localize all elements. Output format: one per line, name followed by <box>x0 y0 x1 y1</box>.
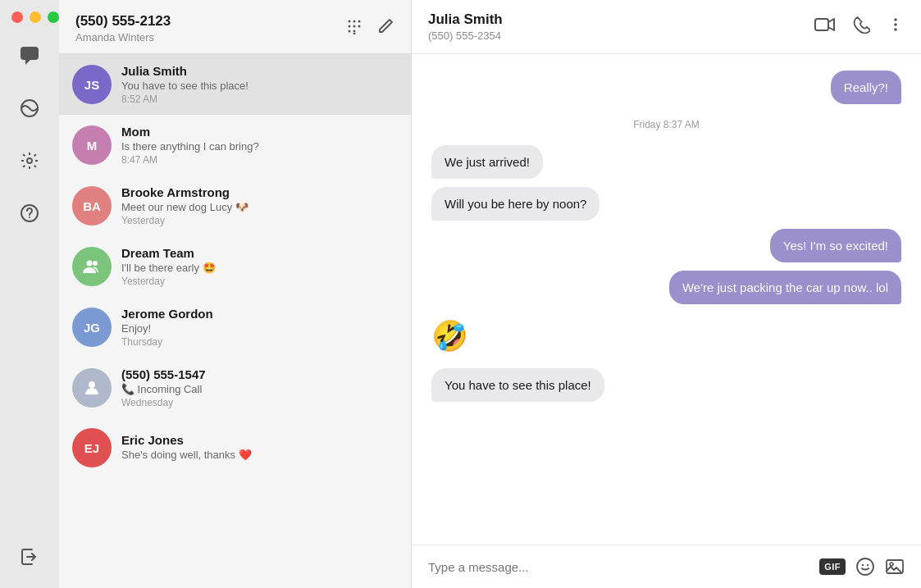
chat-bubble-icon <box>19 45 40 66</box>
image-button[interactable] <box>885 557 905 577</box>
help-icon <box>20 203 39 223</box>
svg-point-9 <box>349 25 351 28</box>
phone-icon <box>852 16 870 34</box>
svg-point-15 <box>87 261 93 267</box>
conv-header: (550) 555-2123 Amanda Winters <box>59 0 411 54</box>
svg-point-13 <box>353 30 356 33</box>
conv-name: (550) 555-1547 <box>121 367 398 381</box>
conv-item-brooke-armstrong[interactable]: BA Brooke Armstrong Meet our new dog Luc… <box>59 175 411 236</box>
more-options-button[interactable] <box>887 16 905 38</box>
message-bubble-msg-excited: Yes! I'm so excited! <box>770 229 901 262</box>
avatar: BA <box>72 186 112 226</box>
svg-point-24 <box>867 564 869 566</box>
sidebar-item-settings[interactable] <box>15 146 44 175</box>
gif-button[interactable]: GIF <box>819 558 846 575</box>
compose-icon <box>376 17 394 35</box>
conv-item-dream-team[interactable]: Dream Team I'll be there early 🤩 Yesterd… <box>59 236 411 297</box>
messages-area: Really?!Friday 8:37 AMWe just arrived!Wi… <box>412 54 921 545</box>
conv-item-mom[interactable]: M Mom Is there anything I can bring? 8:4… <box>59 115 411 175</box>
svg-rect-1 <box>21 47 39 60</box>
svg-point-22 <box>857 558 873 575</box>
message-bubble-msg-packing: We're just packing the car up now.. lol <box>669 271 901 304</box>
conversation-panel: (550) 555-2123 Amanda Winters <box>59 0 412 588</box>
conv-name: Mom <box>121 125 398 139</box>
svg-point-12 <box>349 30 351 33</box>
svg-point-21 <box>894 28 897 31</box>
conv-time: Yesterday <box>121 215 398 226</box>
conv-name: Eric Jones <box>121 433 398 447</box>
conv-time: 8:52 AM <box>121 93 398 105</box>
svg-point-7 <box>353 21 356 23</box>
svg-point-20 <box>894 23 897 26</box>
logout-icon <box>20 547 39 567</box>
minimize-button[interactable] <box>30 11 41 23</box>
message-row: We just arrived! <box>431 145 901 179</box>
keypad-button[interactable] <box>345 17 363 39</box>
conv-name: Dream Team <box>121 246 398 260</box>
user-name: Amanda Winters <box>75 31 171 43</box>
avatar: EJ <box>72 428 112 467</box>
user-phone: (550) 555-2123 <box>75 13 171 30</box>
svg-point-5 <box>29 217 30 218</box>
conv-preview: Enjoy! <box>121 322 398 335</box>
conv-header-actions <box>345 17 394 39</box>
conv-info: Brooke Armstrong Meet our new dog Lucy 🐶… <box>121 185 398 226</box>
svg-point-16 <box>93 261 98 266</box>
message-bubble-msg-see-place: You have to see this place! <box>431 368 604 402</box>
message-bubble-msg-emoji: 🤣 <box>431 312 468 360</box>
conv-preview: I'll be there early 🤩 <box>121 262 398 274</box>
conv-preview: Is there anything I can bring? <box>121 140 398 153</box>
conv-name: Brooke Armstrong <box>121 185 398 199</box>
phone-call-button[interactable] <box>852 16 870 38</box>
conv-item-eric-jones[interactable]: EJ Eric Jones She's doing well, thanks ❤… <box>59 418 411 477</box>
conv-time: Wednesday <box>121 397 398 408</box>
chat-header: Julia Smith (550) 555-2354 <box>412 0 921 54</box>
conversation-list: JS Julia Smith You have to see this plac… <box>59 54 411 588</box>
conv-item-julia-smith[interactable]: JS Julia Smith You have to see this plac… <box>59 54 411 115</box>
svg-point-6 <box>349 21 351 23</box>
close-button[interactable] <box>11 11 23 23</box>
emoji-button[interactable] <box>855 557 875 577</box>
message-input[interactable] <box>428 560 809 574</box>
svg-point-26 <box>890 563 893 566</box>
keypad-icon <box>345 17 363 35</box>
conv-preview: She's doing well, thanks ❤️ <box>121 449 398 461</box>
svg-rect-14 <box>353 33 356 34</box>
conv-name: Jerome Gordon <box>121 307 398 321</box>
svg-point-8 <box>358 21 361 23</box>
sidebar-item-help[interactable] <box>15 198 44 228</box>
conv-info: Julia Smith You have to see this place! … <box>121 64 398 105</box>
message-bubble-msg-noon: Will you be here by noon? <box>431 187 600 221</box>
video-call-button[interactable] <box>814 16 836 37</box>
sidebar-item-activity[interactable] <box>15 93 44 123</box>
message-row: You have to see this place! <box>431 368 901 402</box>
svg-point-10 <box>353 25 356 28</box>
maximize-button[interactable] <box>48 11 59 23</box>
compose-button[interactable] <box>376 17 394 39</box>
sidebar-item-messages[interactable] <box>15 41 44 71</box>
more-icon <box>887 16 905 34</box>
svg-point-17 <box>89 381 95 388</box>
chat-contact-info: Julia Smith (550) 555-2354 <box>428 11 503 42</box>
conv-time: 8:47 AM <box>121 154 398 166</box>
conv-header-title-block: (550) 555-2123 Amanda Winters <box>75 13 171 43</box>
conv-info: (550) 555-1547 📞 Incoming Call Wednesday <box>121 367 398 408</box>
chat-header-actions <box>814 16 905 38</box>
settings-gear-icon <box>20 151 39 171</box>
conv-info: Mom Is there anything I can bring? 8:47 … <box>121 125 398 166</box>
conv-item-unknown-number[interactable]: (550) 555-1547 📞 Incoming Call Wednesday <box>59 358 411 418</box>
emoji-icon <box>855 557 875 577</box>
svg-point-11 <box>358 25 361 28</box>
avatar <box>72 247 112 286</box>
message-row: 🤣 <box>431 312 901 360</box>
conv-preview: 📞 Incoming Call <box>121 383 398 395</box>
traffic-lights <box>11 11 59 23</box>
conv-info: Jerome Gordon Enjoy! Thursday <box>121 307 398 348</box>
timestamp-divider: Friday 8:37 AM <box>431 119 901 130</box>
conv-item-jerome-gordon[interactable]: JG Jerome Gordon Enjoy! Thursday <box>59 297 411 358</box>
chat-input-area: GIF <box>412 545 921 588</box>
sidebar-item-logout[interactable] <box>15 542 44 572</box>
message-row: We're just packing the car up now.. lol <box>431 271 901 304</box>
message-bubble-msg-really: Really?! <box>831 71 901 104</box>
video-icon <box>814 16 836 33</box>
